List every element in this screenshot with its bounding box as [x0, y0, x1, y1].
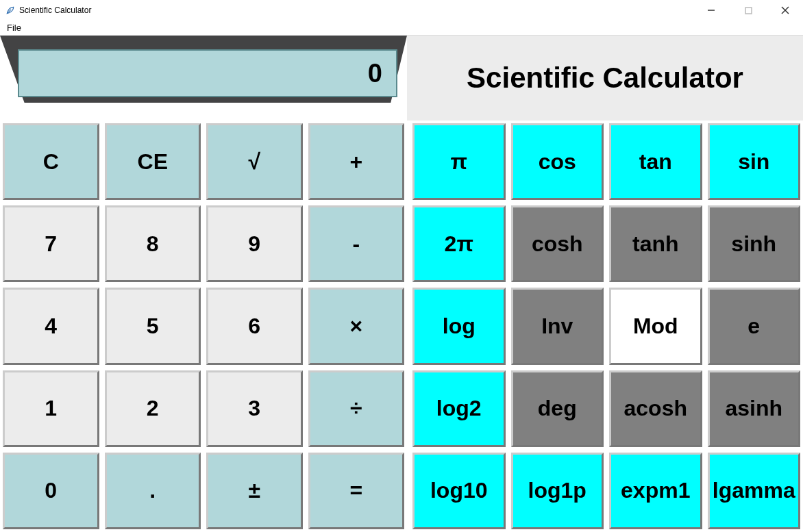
sinh-button[interactable]: sinh: [708, 205, 801, 282]
tan-button[interactable]: tan: [609, 123, 702, 200]
digit-0-button[interactable]: 0: [3, 453, 99, 529]
menu-file[interactable]: File: [3, 21, 25, 34]
maximize-button[interactable]: [736, 2, 761, 18]
window-titlebar: Scientific Calculator: [0, 0, 803, 21]
inv-button[interactable]: Inv: [511, 288, 604, 364]
titlebar-left: Scientific Calculator: [5, 5, 91, 15]
deg-button[interactable]: deg: [511, 370, 604, 447]
window-title: Scientific Calculator: [19, 5, 91, 15]
window-controls: [699, 2, 798, 18]
tanh-button[interactable]: tanh: [609, 205, 702, 282]
asinh-button[interactable]: asinh: [708, 370, 801, 447]
equals-button[interactable]: =: [308, 453, 405, 529]
numpad-grid: C CE √ + 7 8 9 - 4 5 6 × 1 2 3 ÷ 0 . ± =: [0, 121, 407, 532]
digit-5-button[interactable]: 5: [105, 288, 201, 364]
mod-button[interactable]: Mod: [609, 288, 702, 364]
display-area: 0: [0, 36, 407, 121]
e-button[interactable]: e: [708, 288, 801, 364]
digit-9-button[interactable]: 9: [206, 205, 303, 282]
minus-button[interactable]: -: [308, 205, 405, 282]
digit-7-button[interactable]: 7: [3, 205, 99, 282]
plus-minus-button[interactable]: ±: [206, 453, 303, 529]
clear-button[interactable]: C: [3, 123, 99, 200]
digit-8-button[interactable]: 8: [105, 205, 201, 282]
decimal-button[interactable]: .: [105, 453, 201, 529]
cosh-button[interactable]: cosh: [511, 205, 604, 282]
log2-button[interactable]: log2: [412, 370, 506, 447]
digit-2-button[interactable]: 2: [105, 370, 201, 447]
clear-entry-button[interactable]: CE: [105, 123, 201, 200]
menubar: File: [0, 21, 803, 36]
digit-3-button[interactable]: 3: [206, 370, 303, 447]
feather-icon: [5, 5, 15, 15]
pi-button[interactable]: π: [412, 123, 506, 200]
minimize-button[interactable]: [699, 2, 724, 18]
right-header: Scientific Calculator: [407, 36, 803, 121]
right-panel: Scientific Calculator π cos tan sin 2π c…: [407, 36, 803, 532]
log-button[interactable]: log: [412, 288, 506, 364]
page-title: Scientific Calculator: [467, 62, 743, 94]
cos-button[interactable]: cos: [511, 123, 604, 200]
expm1-button[interactable]: expm1: [609, 453, 702, 529]
log10-button[interactable]: log10: [412, 453, 506, 529]
log1p-button[interactable]: log1p: [511, 453, 604, 529]
two-pi-button[interactable]: 2π: [412, 205, 506, 282]
plus-button[interactable]: +: [308, 123, 405, 200]
left-panel: 0 C CE √ + 7 8 9 - 4 5 6 × 1 2 3 ÷ 0 . ±: [0, 36, 407, 532]
sqrt-button[interactable]: √: [206, 123, 303, 200]
display-field[interactable]: 0: [18, 49, 397, 97]
close-button[interactable]: [773, 2, 798, 18]
lgamma-button[interactable]: lgamma: [708, 453, 801, 529]
calculator-app: 0 C CE √ + 7 8 9 - 4 5 6 × 1 2 3 ÷ 0 . ±: [0, 36, 803, 532]
svg-rect-2: [745, 8, 752, 14]
multiply-button[interactable]: ×: [308, 288, 405, 364]
acosh-button[interactable]: acosh: [609, 370, 702, 447]
digit-1-button[interactable]: 1: [3, 370, 99, 447]
divide-button[interactable]: ÷: [308, 370, 405, 447]
scientific-grid: π cos tan sin 2π cosh tanh sinh log Inv …: [407, 121, 803, 532]
digit-6-button[interactable]: 6: [206, 288, 303, 364]
digit-4-button[interactable]: 4: [3, 288, 99, 364]
sin-button[interactable]: sin: [708, 123, 801, 200]
